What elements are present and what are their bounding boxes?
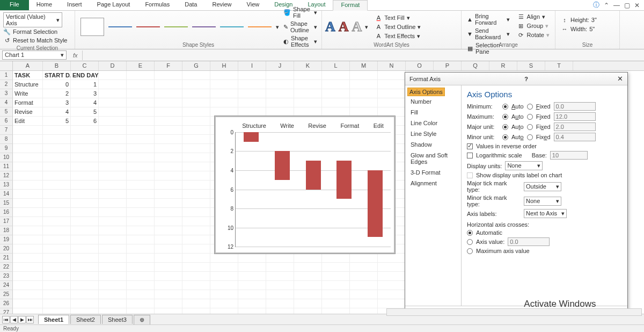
cell[interactable]: Edit	[13, 117, 43, 126]
axis-value-input[interactable]	[508, 237, 550, 246]
wordart-gallery[interactable]: A A A ▾	[325, 19, 368, 35]
major-auto-radio[interactable]	[502, 124, 508, 130]
column-header[interactable]: C	[71, 61, 99, 70]
column-header[interactable]: R	[489, 61, 517, 70]
column-header[interactable]: N	[378, 61, 406, 70]
close-icon[interactable]: ✕	[634, 2, 640, 9]
row-header[interactable]: 2	[0, 80, 13, 89]
tab-insert[interactable]: Insert	[60, 0, 90, 10]
chart-bar[interactable]	[336, 161, 352, 199]
close-icon[interactable]: ✕	[617, 75, 623, 83]
dialog-titlebar[interactable]: Format Axis ? ✕	[405, 73, 627, 85]
tab-home[interactable]: Home	[29, 0, 60, 10]
row-header[interactable]: 1	[0, 71, 13, 80]
formula-input[interactable]	[82, 50, 644, 60]
row-header[interactable]: 26	[0, 299, 13, 308]
cell[interactable]: 5	[43, 117, 71, 126]
row-header[interactable]: 11	[0, 162, 13, 171]
row-header[interactable]: 6	[0, 117, 13, 126]
minimum-fixed-radio[interactable]	[527, 104, 533, 110]
column-header[interactable]: H	[210, 61, 238, 70]
help-icon[interactable]: ?	[524, 76, 528, 82]
cell[interactable]: TASK	[13, 71, 43, 80]
chart-bar[interactable]	[275, 151, 290, 179]
column-header[interactable]: I	[238, 61, 266, 70]
row-header[interactable]: 10	[0, 153, 13, 162]
cell[interactable]: Write	[13, 89, 43, 98]
minimum-input[interactable]	[554, 102, 596, 111]
crosses-max-radio[interactable]	[467, 248, 473, 254]
chart-bar[interactable]	[244, 132, 259, 142]
axis-labels-select[interactable]: Next to Axis▾	[524, 209, 567, 218]
dialog-nav-item[interactable]: 3-D Format	[407, 167, 459, 178]
shape-style-gallery[interactable]: ▾	[78, 16, 281, 38]
column-header[interactable]: D	[99, 61, 127, 70]
tab-pagelayout[interactable]: Page Layout	[90, 0, 138, 10]
row-header[interactable]: 4	[0, 98, 13, 107]
embedded-chart[interactable]: StructureWriteReviseFormatEdit 024681012	[215, 116, 395, 254]
tab-data[interactable]: Data	[177, 0, 204, 10]
base-input[interactable]	[550, 151, 588, 160]
dialog-nav-item[interactable]: Number	[407, 96, 459, 107]
column-header[interactable]: T	[545, 61, 573, 70]
minor-unit-input[interactable]	[554, 133, 596, 141]
row-header[interactable]: 5	[0, 107, 13, 117]
column-header[interactable]: G	[182, 61, 210, 70]
cell[interactable]: 0	[43, 80, 71, 89]
row-header[interactable]: 12	[0, 171, 13, 181]
text-fill-button[interactable]: AText Fill ▾	[375, 13, 421, 22]
column-header[interactable]: B	[43, 61, 71, 70]
column-header[interactable]: S	[517, 61, 545, 70]
reset-style-button[interactable]: ↺Reset to Match Style	[3, 36, 71, 45]
row-header[interactable]: 18	[0, 226, 13, 235]
column-header[interactable]: Q	[462, 61, 489, 70]
maximum-input[interactable]	[554, 112, 596, 121]
row-header[interactable]: 20	[0, 244, 13, 254]
row-header[interactable]: 16	[0, 208, 13, 217]
cell[interactable]: 1	[71, 80, 99, 89]
tab-review[interactable]: Review	[204, 0, 239, 10]
text-outline-button[interactable]: AText Outline ▾	[375, 23, 421, 31]
sheet-tab[interactable]: Sheet1	[38, 315, 69, 324]
cell[interactable]: START DAY	[43, 71, 71, 80]
help-icon[interactable]: ⓘ	[593, 1, 599, 10]
log-scale-checkbox[interactable]	[467, 153, 473, 158]
cell[interactable]: Format	[13, 98, 43, 107]
dialog-nav-item[interactable]: Axis Options	[407, 88, 445, 96]
display-units-select[interactable]: None▾	[505, 161, 543, 170]
major-fixed-radio[interactable]	[527, 124, 533, 130]
reverse-order-checkbox[interactable]	[467, 143, 473, 149]
cell[interactable]: 3	[71, 89, 99, 98]
chart-bar[interactable]	[306, 161, 321, 189]
minimize-ribbon-icon[interactable]: ⌃	[604, 2, 609, 9]
dialog-nav-item[interactable]: Line Color	[407, 118, 459, 128]
column-header[interactable]: E	[127, 61, 155, 70]
shape-fill-button[interactable]: 🪣Shape Fill ▾	[283, 5, 317, 19]
cell[interactable]: 2	[43, 89, 71, 98]
maximum-auto-radio[interactable]	[502, 114, 508, 120]
tab-file[interactable]: File	[0, 0, 29, 10]
dialog-nav-item[interactable]: Fill	[407, 107, 459, 118]
cell[interactable]: 6	[71, 117, 99, 126]
minor-tick-select[interactable]: None▾	[524, 197, 561, 206]
cell[interactable]: 4	[43, 107, 71, 117]
width-field[interactable]: ↔Width: 5"	[561, 25, 614, 33]
row-header[interactable]: 25	[0, 290, 13, 299]
row-header[interactable]: 9	[0, 144, 13, 153]
tab-formulas[interactable]: Formulas	[137, 0, 177, 10]
cell[interactable]: Structure	[13, 80, 43, 89]
row-header[interactable]: 7	[0, 126, 13, 135]
select-all-corner[interactable]	[0, 61, 13, 71]
dialog-nav-item[interactable]: Shadow	[407, 139, 459, 150]
cell[interactable]: 5	[71, 107, 99, 117]
name-box[interactable]: Chart 1▾	[2, 50, 67, 60]
cell[interactable]: Revise	[13, 107, 43, 117]
cell[interactable]: END DAY	[71, 71, 99, 80]
send-backward-button[interactable]: ▼Send Backward ▾	[467, 27, 510, 41]
row-header[interactable]: 15	[0, 199, 13, 208]
row-header[interactable]: 21	[0, 254, 13, 263]
sheet-tab[interactable]: Sheet2	[70, 315, 101, 324]
align-button[interactable]: ☰Align ▾	[517, 12, 550, 21]
sheet-nav-buttons[interactable]: ⏮◀▶⏭	[2, 316, 34, 323]
text-effects-button[interactable]: AText Effects ▾	[375, 32, 421, 40]
